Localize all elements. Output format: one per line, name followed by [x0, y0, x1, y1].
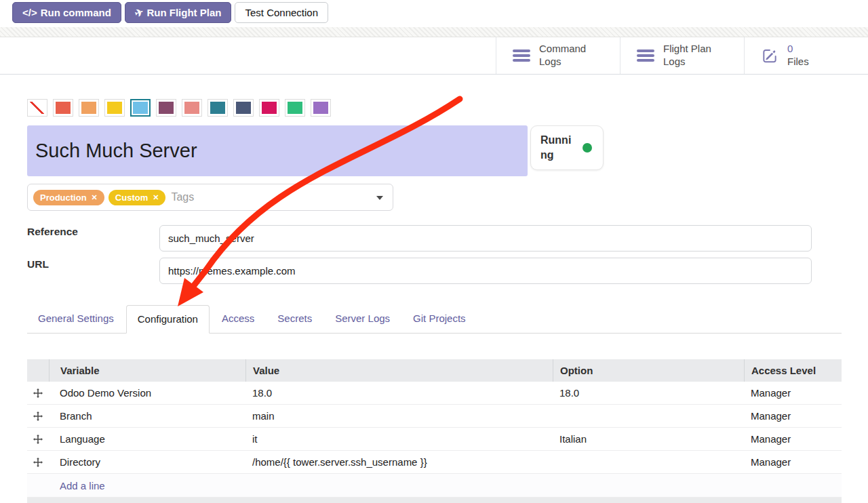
tab-configuration[interactable]: Configuration: [126, 305, 210, 334]
color-swatch-0[interactable]: [27, 99, 47, 117]
run-flight-plan-label: Run Flight Plan: [146, 7, 221, 18]
files-stat-button[interactable]: 0 Files: [744, 37, 868, 74]
remove-tag-icon[interactable]: ✕: [153, 193, 159, 202]
run-command-button[interactable]: </> Run command: [12, 2, 121, 23]
swatch-fill: [313, 102, 328, 114]
code-icon: </>: [22, 7, 37, 18]
tab-access[interactable]: Access: [211, 305, 265, 332]
cell-access: Manager: [744, 456, 842, 468]
color-swatch-7[interactable]: [208, 99, 228, 117]
tag-production[interactable]: Production ✕: [33, 190, 104, 205]
url-input[interactable]: https://memes.example.com: [159, 258, 812, 284]
add-a-line-link[interactable]: Add a line: [27, 480, 105, 491]
tags-input[interactable]: Production ✕ Custom ✕ Tags: [27, 184, 393, 211]
cell-option: Italian: [553, 433, 744, 445]
run-flight-plan-button[interactable]: ✈ Run Flight Plan: [125, 2, 232, 23]
run-command-label: Run command: [41, 7, 111, 18]
chevron-down-icon[interactable]: [376, 196, 383, 200]
server-name-field[interactable]: Such Much Server: [27, 125, 528, 176]
tag-production-label: Production: [40, 193, 87, 203]
notebook-tabs: General Settings Configuration Access Se…: [27, 305, 842, 334]
table-row[interactable]: Odoo Demo Version 18.0 18.0 Manager: [27, 382, 842, 405]
tab-secrets[interactable]: Secrets: [267, 305, 323, 332]
command-logs-stat-button[interactable]: Command Logs: [496, 37, 620, 74]
hatched-divider: [0, 27, 868, 37]
color-swatch-1[interactable]: [53, 99, 73, 117]
tab-server-logs[interactable]: Server Logs: [324, 305, 401, 332]
color-swatch-10[interactable]: [285, 99, 305, 117]
cell-value: 18.0: [245, 387, 553, 399]
color-swatch-2[interactable]: [79, 99, 99, 117]
reference-value: such_much_server: [168, 233, 254, 244]
reference-label: Reference: [27, 226, 78, 238]
color-swatch-8[interactable]: [233, 99, 254, 117]
test-connection-button[interactable]: Test Connection: [235, 2, 328, 23]
color-swatch-9[interactable]: [259, 99, 279, 117]
reference-input[interactable]: such_much_server: [159, 225, 812, 252]
menu-icon: [513, 49, 530, 62]
swatch-fill: [133, 102, 148, 114]
add-a-line-row: Add a line: [27, 474, 842, 498]
swatch-fill: [236, 102, 251, 114]
swatch-fill: [210, 102, 225, 114]
color-swatch-11[interactable]: [311, 99, 331, 117]
stat-buttons: Command Logs Flight Plan Logs 0 Files: [496, 37, 868, 74]
tag-custom-label: Custom: [115, 193, 148, 203]
cell-access: Manager: [744, 410, 842, 422]
col-access-level: Access Level: [744, 359, 842, 382]
swatch-fill: [184, 102, 199, 114]
cell-value: /home/{{ tower.server.ssh_username }}: [245, 456, 553, 468]
flight-plan-logs-label: Flight Plan Logs: [663, 43, 726, 68]
table-row[interactable]: Language it Italian Manager: [27, 428, 842, 451]
table-footer-strip: [27, 498, 842, 503]
files-label: Files: [787, 56, 809, 67]
swatch-fill: [262, 102, 277, 114]
server-name-text: Such Much Server: [35, 140, 197, 162]
remove-tag-icon[interactable]: ✕: [92, 193, 98, 202]
config-variables-table: Variable Value Option Access Level Odoo …: [27, 359, 842, 503]
form-header: Command Logs Flight Plan Logs 0 Files: [0, 37, 868, 75]
color-swatch-6[interactable]: [182, 99, 202, 117]
status-dot-icon: [583, 143, 592, 153]
cell-variable: Language: [49, 433, 245, 445]
color-palette: [27, 99, 331, 117]
swatch-fill: [288, 102, 302, 114]
tab-git-projects[interactable]: Git Projects: [402, 305, 477, 332]
plane-icon: ✈: [133, 5, 145, 20]
cell-access: Manager: [744, 387, 842, 399]
table-header-row: Variable Value Option Access Level: [27, 359, 842, 382]
swatch-fill: [56, 102, 71, 114]
drag-handle-icon[interactable]: [27, 435, 49, 444]
tag-custom[interactable]: Custom ✕: [108, 190, 166, 205]
swatch-fill: [107, 102, 122, 114]
menu-icon: [637, 49, 654, 62]
action-toolbar: </> Run command ✈ Run Flight Plan Test C…: [12, 2, 328, 23]
flight-plan-logs-stat-button[interactable]: Flight Plan Logs: [620, 37, 744, 74]
url-label: URL: [27, 258, 49, 270]
drag-handle-icon[interactable]: [27, 411, 49, 421]
cell-variable: Branch: [49, 410, 245, 422]
col-value: Value: [245, 359, 553, 382]
table-row[interactable]: Branch main Manager: [27, 405, 842, 428]
cell-access: Manager: [744, 433, 842, 445]
test-connection-label: Test Connection: [245, 7, 318, 18]
col-variable: Variable: [49, 359, 245, 382]
tab-general-settings[interactable]: General Settings: [27, 305, 125, 332]
command-logs-label: Command Logs: [539, 43, 601, 68]
cell-variable: Directory: [49, 456, 245, 468]
swatch-fill: [81, 102, 96, 114]
status-label: Running: [540, 133, 576, 162]
tags-placeholder: Tags: [171, 191, 194, 203]
edit-icon: [761, 47, 778, 64]
table-row[interactable]: Directory /home/{{ tower.server.ssh_user…: [27, 451, 842, 474]
cell-value: main: [245, 410, 553, 422]
handle-column-header: [27, 359, 49, 382]
drag-handle-icon[interactable]: [27, 458, 49, 467]
cell-option: 18.0: [553, 387, 744, 399]
color-swatch-3[interactable]: [104, 99, 125, 117]
drag-handle-icon[interactable]: [27, 388, 49, 398]
color-swatch-5[interactable]: [156, 99, 176, 117]
color-swatch-4[interactable]: [130, 99, 151, 117]
status-badge[interactable]: Running: [530, 125, 604, 170]
no-color-icon: [30, 102, 45, 114]
